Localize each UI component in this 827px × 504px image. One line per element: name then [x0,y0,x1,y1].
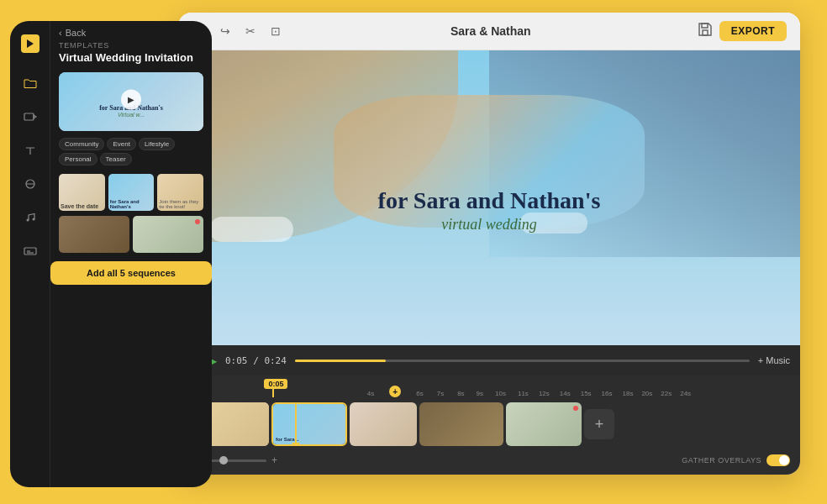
thumb-5-dot [195,219,200,224]
tick-12s: 12s [539,390,550,397]
gather-toggle[interactable] [766,454,790,466]
thumb-5[interactable] [133,216,203,253]
thumbnails-row2 [59,216,203,253]
nav-icon-shape[interactable] [20,174,40,194]
clip-5-dot [573,406,578,411]
outer-wrapper: ‹ Back TEMPLATES Virtual Wedding Invitat… [10,13,817,491]
svg-point-7 [26,219,29,222]
tick-24s: 24s [680,390,691,397]
nav-icon-folder[interactable] [20,73,40,93]
tick-7s: 7s [437,390,444,397]
svg-marker-2 [34,115,36,118]
tag-teaser[interactable]: Teaser [100,153,132,165]
progress-bar-fill [295,360,386,362]
templates-label: TEMPLATES [59,41,203,50]
back-link[interactable]: ‹ Back [59,21,203,41]
timeline-area: + 0:05 4s + 6s 7s [178,375,800,475]
clip-3[interactable] [350,402,417,446]
tick-11s: 11s [518,390,529,397]
preview-sub-text: Virtual w... [59,112,203,118]
tick-18s: 18s [623,390,634,397]
sidebar-main: ‹ Back TEMPLATES Virtual Wedding Invitat… [50,21,212,487]
editor-panel: ↩ ↪ ✂ ⊡ Sara & Nathan EXPORT [178,13,800,475]
tick-20s: 20s [641,390,652,397]
gather-overlays: GATHER OVERLAYS [682,454,790,466]
cut-button[interactable]: ✂ [242,24,259,38]
app-logo [21,34,40,53]
clip-5[interactable] [506,402,582,446]
thumb-3[interactable]: Join them as they tie the knot! [157,174,203,211]
playhead-marker: 0:05 [264,379,287,397]
tags-container: Community Event Lifestyle Personal Tease… [59,138,203,165]
playhead-arrow [292,443,300,446]
editor-title: Sara & Nathan [284,24,698,38]
svg-rect-13 [702,24,708,28]
back-label: Back [66,28,86,38]
video-text-overlay: for Sara and Nathan's virtual wedding [178,188,800,234]
clip-2[interactable]: for Sara... [271,402,347,446]
music-button[interactable]: + Music [758,355,790,365]
sidebar-panel: ‹ Back TEMPLATES Virtual Wedding Invitat… [10,21,212,487]
thumb-1-text: Save the date [61,203,98,209]
tick-15s: 15s [581,390,592,397]
timeline-clips: Save for Sara... [178,397,800,451]
tick-4s: 4s [367,390,374,397]
tag-community[interactable]: Community [59,138,104,150]
thumb-4[interactable] [59,216,129,253]
thumb-2-text: for Sara and Nathan's [110,199,155,209]
svg-rect-12 [703,30,708,35]
nav-icon-text[interactable] [20,140,40,160]
crop-button[interactable]: ⊡ [267,24,284,38]
video-preview: for Sara and Nathan's virtual wedding [178,50,800,345]
thumb-1[interactable]: Save the date [59,174,105,211]
tag-event[interactable]: Event [107,138,135,150]
playback-bar: ↺ ▶ 0:05 / 0:24 + Music [178,345,800,375]
export-button[interactable]: EXPORT [719,21,787,41]
back-arrow: ‹ [59,28,62,38]
thumb-3-text: Join them as they tie the knot! [159,199,203,209]
tick-add[interactable]: + [389,386,401,397]
zoom-slider-handle [219,456,228,465]
tick-9s: 9s [477,390,483,397]
video-sub-text: virtual wedding [178,216,800,234]
tick-10s: 10s [495,390,506,397]
add-sequences-button[interactable]: Add all 5 sequences [50,261,212,285]
toggle-handle [779,455,789,465]
editor-header: ↩ ↪ ✂ ⊡ Sara & Nathan EXPORT [178,13,800,50]
timeline-ruler: + 0:05 4s + 6s 7s [178,379,800,397]
timeline-bottom: − + GATHER OVERLAYS [178,451,800,471]
nav-icon-caption[interactable] [20,241,40,261]
thumbnails-row1: Save the date for Sara and Nathan's Join… [59,174,203,211]
nav-icon-music[interactable] [20,207,40,228]
template-title: Virtual Wedding Invitation [59,51,203,66]
preview-play-button[interactable]: ▶ [121,89,141,109]
nav-icon-video[interactable] [20,107,40,127]
video-main-text: for Sara and Nathan's [178,188,800,214]
save-icon[interactable] [698,22,713,40]
redo-button[interactable]: ↪ [217,24,234,38]
tag-lifestyle[interactable]: Lifestyle [139,138,175,150]
tick-22s: 22s [661,390,672,397]
template-preview[interactable]: for Sara and Nathan's Virtual w... ▶ [59,72,203,131]
zoom-in-icon[interactable]: + [271,454,277,466]
tick-16s: 16s [602,390,613,397]
clip-add-button[interactable]: + [584,409,614,439]
tick-14s: 14s [560,390,571,397]
tag-personal[interactable]: Personal [59,153,97,165]
time-display: 0:05 / 0:24 [225,355,287,366]
thumb-2[interactable]: for Sara and Nathan's [108,174,155,211]
tick-8s: 8s [457,390,464,397]
toolbar-right: EXPORT [698,21,787,41]
playhead-line [295,404,297,444]
svg-rect-1 [24,113,34,120]
clip-4[interactable] [419,402,503,446]
video-background: for Sara and Nathan's virtual wedding [178,50,800,345]
progress-bar[interactable] [295,360,750,362]
left-nav [10,21,50,487]
tick-6s: 6s [416,390,423,397]
svg-marker-0 [27,39,34,48]
svg-point-8 [32,218,34,221]
gather-label: GATHER OVERLAYS [682,456,761,465]
